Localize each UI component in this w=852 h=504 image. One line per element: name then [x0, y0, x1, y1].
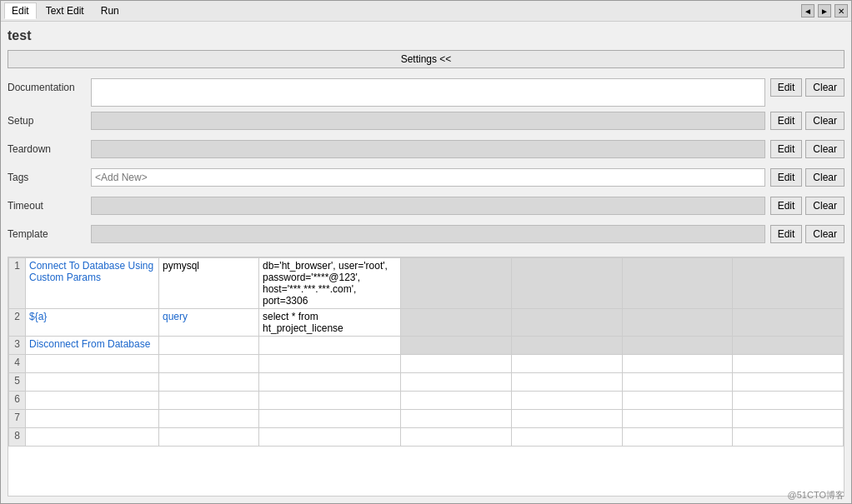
cell-args [259, 410, 401, 428]
watermark: @51CTO博客 [788, 489, 844, 502]
timeout-row: Timeout Edit Clear [8, 197, 844, 220]
title-bar: Edit Text Edit Run ◄ ► ✕ [1, 1, 851, 22]
cell-action [159, 410, 259, 428]
cell-extra-4 [401, 309, 512, 337]
cell-keyword[interactable]: Disconnect From Database [26, 337, 159, 355]
documentation-clear-btn[interactable]: Clear [805, 78, 844, 97]
cell-extra-5 [511, 309, 622, 337]
cell-keyword [26, 392, 159, 410]
setup-label: Setup [8, 112, 91, 127]
row-number: 7 [9, 410, 26, 428]
cell-args [259, 373, 401, 392]
cell-extra-7 [733, 392, 844, 410]
cell-extra-5 [511, 258, 622, 309]
cell-extra-7 [733, 355, 844, 373]
documentation-label: Documentation [8, 78, 91, 93]
teardown-clear-btn[interactable]: Clear [805, 140, 844, 158]
cell-extra-4 [401, 410, 512, 428]
cell-extra-7 [733, 428, 844, 447]
cell-extra-4 [401, 258, 512, 309]
teardown-input[interactable] [91, 140, 765, 158]
menu-text-edit[interactable]: Text Edit [38, 2, 92, 19]
documentation-row: Documentation Edit Clear [8, 78, 844, 107]
tags-edit-btn[interactable]: Edit [770, 168, 803, 187]
nav-forward-btn[interactable]: ► [818, 4, 831, 17]
tags-actions: Edit Clear [770, 168, 844, 187]
cell-extra-4 [401, 392, 512, 410]
cell-keyword [26, 410, 159, 428]
teardown-label: Teardown [8, 140, 91, 155]
template-edit-btn[interactable]: Edit [770, 225, 803, 243]
settings-button[interactable]: Settings << [8, 50, 844, 68]
cell-extra-4 [401, 355, 512, 373]
setup-actions: Edit Clear [770, 112, 844, 130]
timeout-edit-btn[interactable]: Edit [770, 197, 803, 215]
template-input[interactable] [91, 225, 765, 243]
cell-extra-7 [733, 309, 844, 337]
data-table: 1Connect To Database Using Custom Params… [8, 257, 844, 447]
cell-extra-5 [511, 355, 622, 373]
table-row: 3Disconnect From Database [9, 337, 844, 355]
nav-back-btn[interactable]: ◄ [801, 4, 814, 17]
cell-action[interactable]: query [159, 309, 259, 337]
documentation-edit-btn[interactable]: Edit [770, 78, 803, 97]
cell-keyword [26, 428, 159, 447]
documentation-actions: Edit Clear [770, 78, 844, 97]
setup-input[interactable] [91, 112, 765, 130]
setup-clear-btn[interactable]: Clear [805, 112, 844, 130]
cell-action [159, 392, 259, 410]
cell-extra-5 [511, 428, 622, 447]
tags-row: Tags Edit Clear [8, 168, 844, 192]
cell-extra-7 [733, 258, 844, 309]
tags-input[interactable] [91, 168, 765, 187]
row-number: 5 [9, 373, 26, 392]
cell-args [259, 355, 401, 373]
cell-extra-5 [511, 410, 622, 428]
cell-keyword[interactable]: Connect To Database Using Custom Params [26, 258, 159, 309]
cell-extra-5 [511, 392, 622, 410]
cell-args [259, 337, 401, 355]
cell-extra-6 [622, 392, 733, 410]
table-row: 8 [9, 428, 844, 447]
cell-action [159, 373, 259, 392]
setup-edit-btn[interactable]: Edit [770, 112, 803, 130]
cell-extra-6 [622, 355, 733, 373]
cell-extra-6 [622, 258, 733, 309]
menu-run[interactable]: Run [93, 2, 127, 19]
cell-extra-6 [622, 337, 733, 355]
cell-extra-4 [401, 428, 512, 447]
row-number: 6 [9, 392, 26, 410]
cell-args: select * from ht_project_license [259, 309, 401, 337]
cell-args: db='ht_browser', user='root', password='… [259, 258, 401, 309]
teardown-actions: Edit Clear [770, 140, 844, 158]
cell-keyword [26, 373, 159, 392]
template-row: Template Edit Clear [8, 225, 844, 248]
cell-keyword[interactable]: ${a} [26, 309, 159, 337]
close-btn[interactable]: ✕ [834, 4, 848, 17]
cell-extra-6 [622, 428, 733, 447]
cell-extra-7 [733, 373, 844, 392]
template-clear-btn[interactable]: Clear [805, 225, 844, 243]
teardown-edit-btn[interactable]: Edit [770, 140, 803, 158]
cell-extra-7 [733, 337, 844, 355]
documentation-input[interactable] [91, 78, 765, 107]
cell-extra-6 [622, 309, 733, 337]
template-label: Template [8, 225, 91, 240]
cell-keyword [26, 355, 159, 373]
cell-action [159, 355, 259, 373]
menu-edit[interactable]: Edit [4, 2, 37, 19]
table-row: 1Connect To Database Using Custom Params… [9, 258, 844, 309]
cell-extra-7 [733, 410, 844, 428]
timeout-clear-btn[interactable]: Clear [805, 197, 844, 215]
cell-extra-4 [401, 337, 512, 355]
setup-row: Setup Edit Clear [8, 112, 844, 135]
row-number: 1 [9, 258, 26, 309]
table-row: 7 [9, 410, 844, 428]
cell-extra-5 [511, 337, 622, 355]
timeout-input[interactable] [91, 197, 765, 215]
tags-clear-btn[interactable]: Clear [805, 168, 844, 187]
cell-action [159, 337, 259, 355]
cell-action: pymysql [159, 258, 259, 309]
tags-label: Tags [8, 168, 91, 183]
cell-args [259, 392, 401, 410]
